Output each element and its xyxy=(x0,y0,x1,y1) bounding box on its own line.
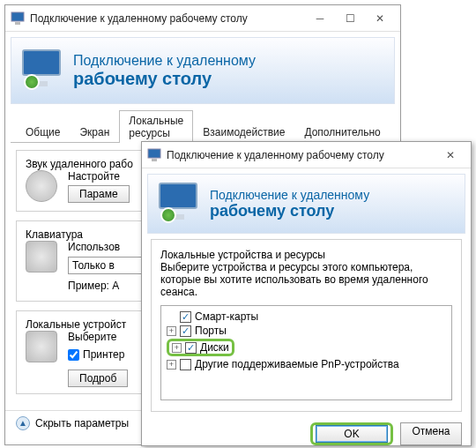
close-button[interactable]: ✕ xyxy=(365,9,395,28)
tree-item-pnp[interactable]: + Другие поддерживаемые PnP-устройства xyxy=(167,357,446,371)
highlight-ok: OK xyxy=(310,422,393,445)
window-title: Подключение к удаленному рабочему столу xyxy=(30,12,305,25)
chevron-up-icon: ▲ xyxy=(16,416,30,430)
expand-icon[interactable]: + xyxy=(172,343,182,353)
svg-rect-2 xyxy=(148,149,160,158)
tab-experience[interactable]: Взаимодействие xyxy=(193,122,294,142)
cancel-button[interactable]: Отмена xyxy=(400,422,462,445)
app-icon-small xyxy=(11,11,25,26)
group-legend: Локальные устройства и ресурсы xyxy=(160,249,325,261)
tab-general[interactable]: Общие xyxy=(16,122,70,142)
tabs: Общие Экран Локальные ресурсы Взаимодейс… xyxy=(11,109,395,143)
tab-advanced[interactable]: Дополнительно xyxy=(294,122,390,142)
window-title: Подключение к удаленному рабочему столу xyxy=(167,149,435,161)
checkbox[interactable] xyxy=(180,325,191,337)
svg-rect-0 xyxy=(11,12,24,21)
tree-item-ports[interactable]: + Порты xyxy=(167,324,446,338)
expand-icon[interactable]: + xyxy=(167,360,176,370)
svg-rect-3 xyxy=(152,159,157,161)
checkbox[interactable] xyxy=(180,311,191,323)
checkbox[interactable] xyxy=(180,359,191,370)
keyboard-combo[interactable]: Только в xyxy=(68,257,147,274)
checkbox[interactable] xyxy=(185,342,197,354)
group-legend: Звук удаленного рабо xyxy=(26,158,133,170)
resources-tree[interactable]: Смарт-карты + Порты + Диски + Другие под… xyxy=(160,305,452,400)
more-button[interactable]: Подроб xyxy=(68,370,128,387)
keyboard-icon xyxy=(26,241,57,273)
minimize-button[interactable]: ─ xyxy=(305,9,335,28)
banner-line1: Подключение к удаленному xyxy=(210,188,369,202)
group-local-devices-resources: Локальные устройства и ресурсы Выберите … xyxy=(151,239,462,412)
group-description: Выберите устройства и ресурсы этого комп… xyxy=(160,261,452,298)
banner: Подключение к удаленному рабочему столу xyxy=(11,37,395,104)
app-icon-large xyxy=(157,183,199,225)
audio-icon xyxy=(26,170,57,202)
tree-item-smartcards[interactable]: Смарт-карты xyxy=(167,310,446,324)
titlebar[interactable]: Подключение к удаленному рабочему столу … xyxy=(5,5,400,32)
banner: Подключение к удаленному рабочему столу xyxy=(147,174,465,234)
group-legend: Локальные устройст xyxy=(26,318,126,331)
highlight-disks: + Диски xyxy=(167,339,234,356)
app-icon-large xyxy=(20,49,63,92)
tab-screen[interactable]: Экран xyxy=(70,122,119,142)
app-icon-small xyxy=(147,148,161,162)
ok-button[interactable]: OK xyxy=(316,425,388,443)
rdp-resources-dialog: Подключение к удаленному рабочему столу … xyxy=(141,141,472,446)
printers-checkbox[interactable]: Принтер xyxy=(68,348,124,361)
banner-line2: рабочему столу xyxy=(73,69,256,89)
titlebar[interactable]: Подключение к удаленному рабочему столу … xyxy=(142,142,471,168)
tab-local-resources[interactable]: Локальные ресурсы xyxy=(119,110,193,143)
printer-icon xyxy=(26,331,57,362)
tree-item-disks[interactable]: + Диски xyxy=(167,338,446,357)
maximize-button[interactable]: ☐ xyxy=(335,9,365,28)
banner-line2: рабочему столу xyxy=(210,202,369,220)
svg-rect-1 xyxy=(15,22,20,25)
expand-icon[interactable]: + xyxy=(167,326,176,336)
banner-line1: Подключение к удаленному xyxy=(73,53,256,69)
audio-settings-button[interactable]: Параме xyxy=(68,185,130,203)
group-legend: Клавиатура xyxy=(26,228,83,241)
dialog-buttons: OK Отмена xyxy=(142,417,471,448)
close-button[interactable]: ✕ xyxy=(435,146,465,165)
